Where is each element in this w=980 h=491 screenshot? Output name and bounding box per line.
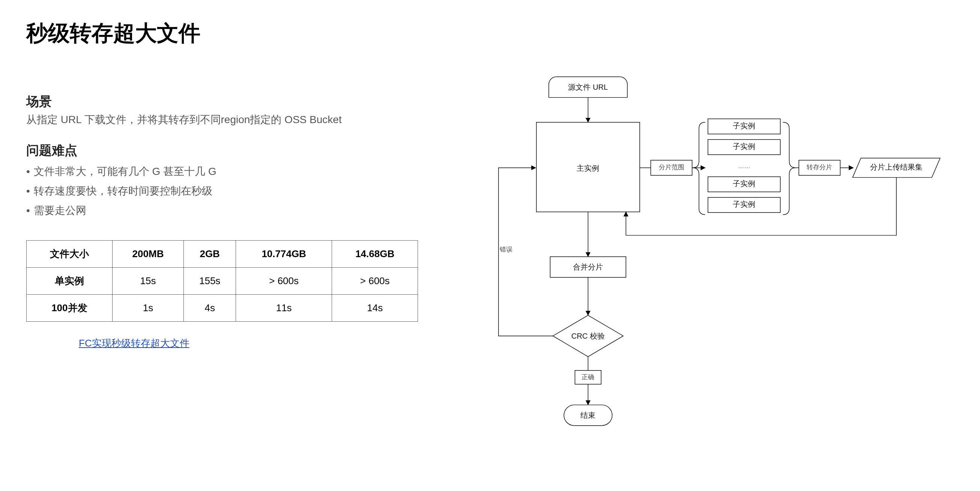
difficulty-list: 文件非常大，可能有几个 G 甚至十几 G 转存速度要快，转存时间要控制在秒级 需…	[26, 164, 472, 218]
label-main-instance: 主实例	[577, 164, 599, 172]
node-sub-instance-4: 子实例	[708, 198, 780, 212]
slide-root: 秒级转存超大文件 场景 从指定 URL 下载文件，并将其转存到不同region指…	[0, 0, 980, 491]
difficulty-item: 转存速度要快，转存时间要控制在秒级	[26, 184, 472, 198]
node-end: 结束	[564, 405, 612, 426]
reference-link[interactable]: FC实现秒级转存超大文件	[79, 337, 472, 350]
flowchart-svg: .box { fill:#fff; stroke:#000; stroke-wi…	[472, 70, 954, 470]
label-source-url: 源文件 URL	[568, 83, 608, 91]
node-sub-instance-1: 子实例	[708, 119, 780, 134]
node-source-url: 源文件 URL	[549, 77, 627, 97]
table-header: 200MB	[112, 241, 184, 268]
difficulty-item: 需要走公网	[26, 204, 472, 218]
node-upload-result: 分片上传结果集	[853, 158, 940, 177]
label-correct: 正确	[582, 373, 594, 381]
scenario-heading: 场景	[26, 93, 472, 110]
table-rowhead: 单实例	[27, 268, 113, 295]
table-cell: 15s	[112, 268, 184, 295]
scenario-desc: 从指定 URL 下载文件，并将其转存到不同region指定的 OSS Bucke…	[26, 113, 472, 127]
table-row: 100并发 1s 4s 11s 14s	[27, 295, 418, 322]
node-correct: 正确	[575, 370, 601, 384]
table-cell: > 600s	[332, 268, 418, 295]
label-store-shard: 转存分片	[807, 164, 832, 171]
table-header: 10.774GB	[236, 241, 332, 268]
table-cell: 14s	[332, 295, 418, 322]
perf-table: 文件大小 200MB 2GB 10.774GB 14.68GB 单实例 15s …	[26, 240, 418, 322]
node-crc: CRC 校验	[553, 315, 623, 357]
page-title: 秒级转存超大文件	[26, 19, 954, 48]
node-sub-instance-3: 子实例	[708, 177, 780, 192]
table-row: 单实例 15s 155s > 600s > 600s	[27, 268, 418, 295]
label-sub-instance: 子实例	[733, 200, 755, 208]
label-ellipsis: ……	[738, 163, 750, 170]
difficulty-heading: 问题难点	[26, 142, 472, 159]
table-cell: 4s	[184, 295, 236, 322]
node-merge: 合并分片	[550, 257, 626, 277]
table-rowhead: 100并发	[27, 295, 113, 322]
table-cell: 1s	[112, 295, 184, 322]
node-store-shard: 转存分片	[799, 160, 840, 175]
label-shard-range: 分片范围	[659, 164, 684, 171]
right-column: .box { fill:#fff; stroke:#000; stroke-wi…	[472, 70, 954, 472]
table-header: 14.68GB	[332, 241, 418, 268]
table-header: 2GB	[184, 241, 236, 268]
node-main-instance: 主实例	[536, 123, 640, 212]
label-merge: 合并分片	[573, 263, 603, 271]
left-column: 场景 从指定 URL 下载文件，并将其转存到不同region指定的 OSS Bu…	[26, 70, 472, 472]
table-cell: > 600s	[236, 268, 332, 295]
difficulty-item: 文件非常大，可能有几个 G 甚至十几 G	[26, 164, 472, 179]
label-sub-instance: 子实例	[733, 122, 755, 130]
table-cell: 155s	[184, 268, 236, 295]
label-upload-result: 分片上传结果集	[870, 163, 923, 171]
content-row: 场景 从指定 URL 下载文件，并将其转存到不同region指定的 OSS Bu…	[26, 70, 954, 472]
label-sub-instance: 子实例	[733, 179, 755, 188]
table-header: 文件大小	[27, 241, 113, 268]
label-crc: CRC 校验	[571, 332, 605, 340]
label-end: 结束	[581, 411, 595, 419]
table-header-row: 文件大小 200MB 2GB 10.774GB 14.68GB	[27, 241, 418, 268]
label-error: 错误	[499, 246, 512, 253]
node-shard-range: 分片范围	[651, 160, 692, 175]
table-cell: 11s	[236, 295, 332, 322]
label-sub-instance: 子实例	[733, 142, 755, 150]
node-sub-instance-2: 子实例	[708, 140, 780, 155]
